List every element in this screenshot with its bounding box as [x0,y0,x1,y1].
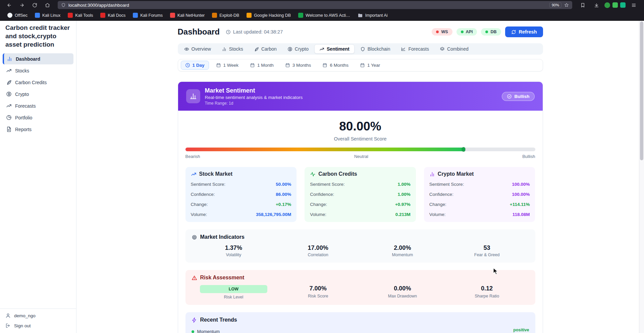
carbon-credits-card: Carbon Credits Sentiment Score:1.00% Con… [305,167,416,222]
risk-cell: 0.00%Max Drawdown [360,285,445,299]
trending-up-icon [191,171,197,177]
risk-label: Risk Score [276,294,360,298]
extension-icon[interactable] [620,2,626,8]
sidebar-item-carbon-credits[interactable]: Carbon Credits [3,77,73,88]
tab-forecasts[interactable]: Forecasts [396,44,434,54]
clock-icon [226,30,231,35]
sentiment-title: Market Sentiment [205,87,303,94]
tab-overview[interactable]: Overview [179,44,216,54]
signout-button[interactable]: Sign out [5,323,71,328]
range-1-month[interactable]: 1 Month [246,61,278,70]
zoom-indicator[interactable]: 90% [549,2,561,8]
bookmark-item[interactable]: Exploit-DB [212,13,239,18]
favicon [35,13,40,18]
back-button[interactable] [3,1,15,9]
tab-carbon[interactable]: Carbon [249,44,282,54]
stat-row: Sentiment Score:1.00% [310,179,411,189]
leaf-icon [254,47,259,52]
tab-crypto[interactable]: Crypto [282,44,314,54]
stat-row: Volume:358,126,795.00M [191,209,291,219]
extension-icon[interactable] [604,2,610,8]
stat-label: Sentiment Score: [429,182,464,187]
stat-row: Confidence:1.00% [310,189,411,199]
home-icon [45,3,50,8]
stat-label: Change: [310,202,327,207]
menu-button[interactable] [628,1,639,9]
risk-label: Risk Level [192,295,276,299]
range-1-year[interactable]: 1 Year [356,61,384,70]
risk-value: 0.12 [445,285,529,292]
stat-value: +114.11% [510,202,530,207]
bookmark-star-icon[interactable] [564,3,569,7]
stat-row: Volume:118.08M [429,209,530,219]
downloads-button[interactable] [591,1,602,9]
bookmark-item[interactable]: Kali Docs [100,13,125,18]
shield-permissions-icon[interactable] [61,3,66,7]
home-button[interactable] [42,1,53,9]
stat-label: Confidence: [191,192,215,197]
range-3-months[interactable]: 3 Months [281,61,316,70]
bookmark-label: Google Hacking DB [254,13,291,18]
tab-sentiment[interactable]: Sentiment [314,44,355,54]
sidebar-item-dashboard[interactable]: Dashboard [3,53,73,64]
panel-title: Market Indicators [200,234,245,240]
favicon [298,13,303,18]
range-6-months[interactable]: 6 Months [318,61,353,70]
range-label: 1 Year [367,63,380,68]
sentiment-subtitle: Real-time sentiment analysis & market in… [205,95,303,100]
stat-label: Confidence: [310,192,334,197]
sidebar-item-label: Dashboard [16,56,40,62]
risk-cell: 7.00%Risk Score [276,285,360,299]
reload-button[interactable] [29,1,40,9]
indicator-cell: 2.00%Momentum [360,244,445,257]
app-window: Carbon credit tracker and stock,crypto a… [0,21,644,333]
range-1-day[interactable]: 1 Day [181,61,209,70]
url-text[interactable]: localhost:3000/app/dashboard [68,3,547,8]
url-bar[interactable]: localhost:3000/app/dashboard 90% [58,1,572,9]
bookmark-item[interactable]: Google Hacking DB [247,13,291,18]
bookmark-folder[interactable]: Important Ai [358,13,388,18]
library-button[interactable] [577,1,588,9]
toolbar-right-icons [577,1,641,9]
sidebar-item-stocks[interactable]: Stocks [3,65,73,76]
range-1-week[interactable]: 1 Week [212,61,243,70]
bookmark-label: Kali Forums [140,13,163,18]
sidebar-item-label: Stocks [15,68,29,73]
bookmark-label: Kali Tools [75,13,93,18]
tab-label: Carbon [261,46,277,52]
page-scrollbar[interactable] [639,21,644,333]
browser-toolbar: localhost:3000/app/dashboard 90% [0,0,644,10]
stat-row: Sentiment Score:50.00% [191,179,291,189]
sentiment-icon-box [186,89,200,103]
coin-icon [287,47,292,52]
favicon [68,13,73,18]
refresh-button[interactable]: Refresh [505,26,543,37]
app-title: Carbon credit tracker and stock,crypto a… [0,21,76,52]
bookmark-item[interactable]: Kali Forums [133,13,163,18]
forward-button[interactable] [16,1,28,9]
tab-stocks[interactable]: Stocks [217,44,248,54]
bookmark-item[interactable]: Kali Tools [68,13,93,18]
tab-blockchain[interactable]: Blockchain [355,44,395,54]
sidebar-item-portfolio[interactable]: Portfolio [3,112,73,123]
stat-value: 100.00% [512,182,530,187]
bookmark-item[interactable]: Kali NetHunter [170,13,205,18]
extension-icon[interactable] [612,2,618,8]
indicator-value: 17.00% [276,244,360,252]
market-indicators-panel: Market Indicators 1.37%Volatility 17.00%… [185,229,535,263]
risk-level-badge: LOW [200,285,267,293]
stat-row: Volume:0.213M [310,209,411,219]
overall-score-label: Overall Sentiment Score [185,136,535,142]
sidebar-item-crypto[interactable]: Crypto [3,89,73,100]
bookmark-item[interactable]: Welcome to AWS Acti… [298,13,350,18]
sidebar-item-reports[interactable]: Reports [3,124,73,135]
bookmark-item[interactable]: OffSec [7,13,28,18]
tab-combined[interactable]: Combined [435,44,474,54]
logout-icon [5,323,11,328]
range-label: 6 Months [330,63,348,68]
sidebar-item-forecasts[interactable]: Forecasts [3,100,73,111]
bookmark-item[interactable]: Kali Linux [35,13,60,18]
trend-row: Momentum positive Medium impact [192,328,529,333]
scrollbar-thumb[interactable] [640,21,643,160]
activity-icon [310,171,316,177]
